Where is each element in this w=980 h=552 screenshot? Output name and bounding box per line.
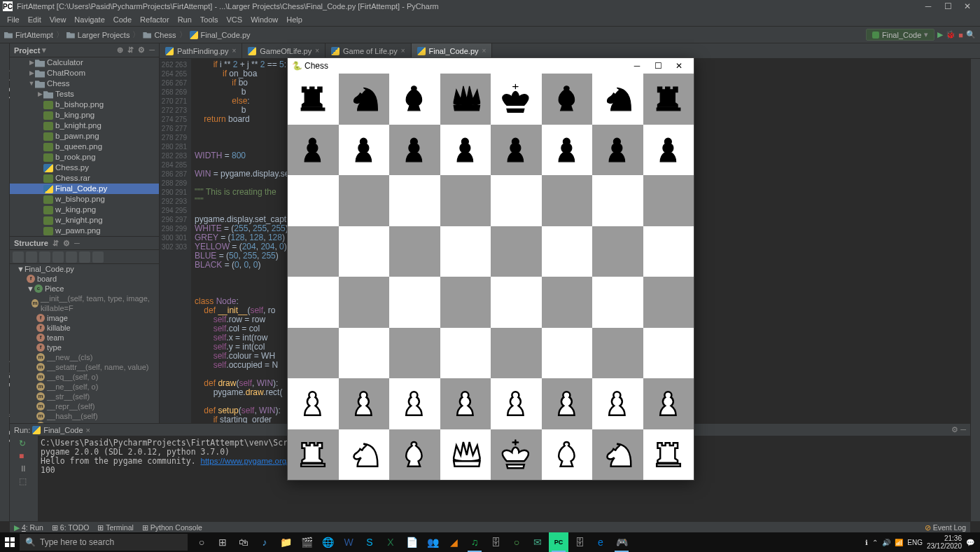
menu-window[interactable]: Window xyxy=(246,15,282,24)
structure-item[interactable]: fteam xyxy=(10,333,159,343)
menu-code[interactable]: Code xyxy=(109,15,136,24)
language-icon[interactable]: ENG xyxy=(907,539,923,546)
tree-item[interactable]: w_bishop.png xyxy=(10,194,159,205)
explorer-icon[interactable]: 📁 xyxy=(276,532,295,552)
app-icon[interactable]: 🎮 xyxy=(612,532,631,552)
hide-icon[interactable]: ─ xyxy=(149,46,155,54)
chess-minimize-button[interactable]: ─ xyxy=(626,61,648,71)
stop-button[interactable]: ■ xyxy=(958,31,963,39)
run-tool-tab[interactable]: ▶ 4: Run xyxy=(14,523,43,532)
menu-help[interactable]: Help xyxy=(282,15,307,24)
collapse-icon[interactable]: ⇵ xyxy=(127,46,134,54)
breadcrumb-item[interactable]: Chess xyxy=(143,31,176,39)
tree-item[interactable]: w_pawn.png xyxy=(10,226,159,236)
structure-item[interactable]: ▼cPiece xyxy=(10,284,159,294)
chess-square[interactable] xyxy=(339,74,390,125)
chrome-icon[interactable]: 🌐 xyxy=(318,532,337,552)
chess-square[interactable] xyxy=(542,226,593,277)
edge-icon[interactable]: e xyxy=(591,532,610,552)
chess-maximize-button[interactable]: ☐ xyxy=(648,61,668,71)
chess-square[interactable] xyxy=(440,226,491,277)
rerun-icon[interactable]: ↻ xyxy=(19,439,29,448)
exit-icon[interactable]: ⬚ xyxy=(19,476,29,486)
structure-item[interactable]: ▼Final_Code.py xyxy=(10,264,159,274)
wifi-icon[interactable]: 📶 xyxy=(895,539,903,546)
search-button[interactable]: 🔍 xyxy=(966,30,976,39)
tree-item[interactable]: Chess.py xyxy=(10,163,159,173)
skype-icon[interactable]: S xyxy=(360,532,379,552)
chess-square[interactable] xyxy=(643,175,694,226)
chess-square[interactable] xyxy=(592,74,643,125)
chess-board[interactable] xyxy=(288,74,694,480)
chess-square[interactable] xyxy=(288,378,339,429)
menu-navigate[interactable]: Navigate xyxy=(70,15,108,24)
chess-square[interactable] xyxy=(339,125,390,176)
menu-file[interactable]: File xyxy=(3,15,24,24)
tool-tab[interactable]: ⊞ Python Console xyxy=(142,523,202,532)
tree-item[interactable]: Chess.rar xyxy=(10,173,159,184)
chess-square[interactable] xyxy=(592,429,643,481)
run-tab-name[interactable]: Final_Code xyxy=(43,426,83,434)
tree-item[interactable]: Final_Code.py xyxy=(10,184,159,194)
structure-item[interactable]: fkillable xyxy=(10,323,159,333)
editor-tab[interactable]: Game of Life.py× xyxy=(326,43,412,58)
tree-item[interactable]: ▶Calculator xyxy=(10,57,159,68)
structure-item[interactable]: m__setattr__(self, name, value) xyxy=(10,362,159,372)
taskview-icon[interactable]: ⊞ xyxy=(213,532,232,552)
chess-square[interactable] xyxy=(592,175,643,226)
chess-square[interactable] xyxy=(542,378,593,429)
chess-square[interactable] xyxy=(288,429,339,481)
chess-square[interactable] xyxy=(288,277,339,328)
chess-square[interactable] xyxy=(339,429,390,481)
structure-item[interactable]: fboard xyxy=(10,274,159,284)
breadcrumb-item[interactable]: Larger Projects xyxy=(66,31,130,39)
app-icon[interactable]: 🗄 xyxy=(570,532,589,552)
blender-icon[interactable]: ◢ xyxy=(444,532,463,552)
chess-square[interactable] xyxy=(288,175,339,226)
tree-item[interactable]: b_pawn.png xyxy=(10,131,159,142)
chess-square[interactable] xyxy=(643,74,694,125)
pycharm-icon[interactable]: PC xyxy=(549,532,568,552)
breadcrumb-item[interactable]: Final_Code.py xyxy=(190,31,251,39)
chess-square[interactable] xyxy=(440,277,491,328)
tree-item[interactable]: ▶ChatRoom xyxy=(10,68,159,78)
chess-square[interactable] xyxy=(288,125,339,176)
chess-square[interactable] xyxy=(440,175,491,226)
menu-run[interactable]: Run xyxy=(174,15,196,24)
tree-item[interactable]: b_king.png xyxy=(10,110,159,120)
chess-square[interactable] xyxy=(491,125,542,176)
editor-tab[interactable]: PathFinding.py× xyxy=(160,43,242,58)
gear-icon[interactable]: ⚙ xyxy=(138,46,145,54)
menu-refactor[interactable]: Refactor xyxy=(136,15,174,24)
chess-square[interactable] xyxy=(491,175,542,226)
chess-titlebar[interactable]: 🐍 Chess ─ ☐ ✕ xyxy=(288,58,694,74)
breadcrumb-item[interactable]: FirtAttempt xyxy=(4,31,53,39)
chess-window[interactable]: 🐍 Chess ─ ☐ ✕ xyxy=(287,57,694,481)
cortana-icon[interactable]: ○ xyxy=(192,532,211,552)
tool-tab[interactable]: ⊞ Terminal xyxy=(97,523,133,532)
chevron-up-icon[interactable]: ⌃ xyxy=(872,539,878,546)
teams-icon[interactable]: 👥 xyxy=(423,532,442,552)
chess-square[interactable] xyxy=(592,125,643,176)
tray-icon[interactable]: ℹ xyxy=(865,539,868,546)
chess-square[interactable] xyxy=(592,277,643,328)
app-icon[interactable]: 🎬 xyxy=(297,532,316,552)
tree-item[interactable]: w_knight.png xyxy=(10,215,159,226)
structure-item[interactable]: m__str__(self) xyxy=(10,392,159,401)
tree-item[interactable]: b_rook.png xyxy=(10,152,159,163)
structure-item[interactable]: m__ne__(self, o) xyxy=(10,382,159,392)
chess-square[interactable] xyxy=(643,125,694,176)
structure-item[interactable]: m__hash__(self) xyxy=(10,411,159,421)
tree-item[interactable]: b_bishop.png xyxy=(10,99,159,110)
chess-square[interactable] xyxy=(643,429,694,481)
chess-square[interactable] xyxy=(643,378,694,429)
chess-square[interactable] xyxy=(592,226,643,277)
chess-square[interactable] xyxy=(542,74,593,125)
chess-close-button[interactable]: ✕ xyxy=(668,61,690,71)
chess-square[interactable] xyxy=(542,125,593,176)
chess-square[interactable] xyxy=(389,378,440,429)
chess-square[interactable] xyxy=(288,226,339,277)
chess-square[interactable] xyxy=(339,328,390,379)
app-icon[interactable]: ♪ xyxy=(255,532,274,552)
chess-square[interactable] xyxy=(389,277,440,328)
